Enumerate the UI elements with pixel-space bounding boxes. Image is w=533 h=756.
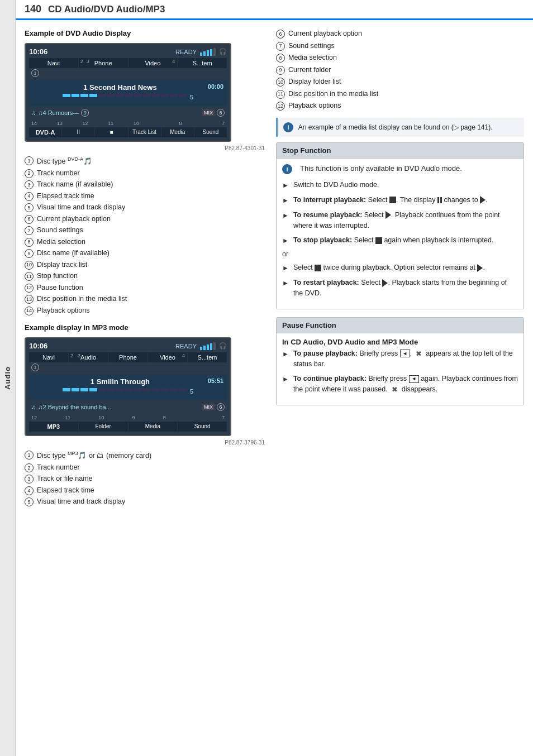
strike-icon: ✖: [389, 385, 399, 395]
item-text: Display folder list: [288, 77, 341, 87]
mp3-num1-area: 1: [29, 362, 227, 372]
circle-num: 7: [25, 226, 34, 235]
mp3-signal-bars: [200, 342, 216, 350]
mp3-nav-audio[interactable]: 2 3 Audio: [69, 352, 108, 362]
dvd-num11: 11: [108, 121, 113, 126]
dvd-num1-area: 1: [29, 68, 227, 78]
arrow-icon: ►: [282, 278, 289, 299]
item-text: Disc name (if available): [37, 248, 110, 259]
nav-phone[interactable]: 2 3 Phone: [79, 58, 129, 68]
nav-system[interactable]: S...tem: [178, 58, 227, 68]
mp3-num-row: 12 11 10 9 8 7: [29, 414, 227, 422]
mp3-num7: 7: [222, 415, 225, 420]
dvd-tracklist-btn[interactable]: Track List: [129, 127, 161, 137]
list-item: 5Visual time and track display: [25, 203, 265, 213]
stop-note: i This function is only available in DVD…: [282, 164, 518, 174]
mp3-nav-num3: 3: [78, 353, 80, 358]
arrow-icon: ►: [282, 195, 289, 205]
list-item: 3Track name (if available): [25, 180, 265, 190]
stop-function-section: Stop Function i This function is only av…: [276, 142, 524, 309]
mp3-top-bar: 10:06 READY 🎧: [29, 342, 227, 350]
mp3-logo[interactable]: MP3: [29, 422, 79, 432]
mp3-sound-btn[interactable]: Sound: [178, 422, 227, 432]
dvd-track-progress: 5: [32, 94, 223, 101]
dvd-sound-btn[interactable]: Sound: [194, 127, 227, 137]
num9-circle: 9: [81, 109, 89, 117]
list-item: 9Current folder: [276, 65, 524, 75]
list-item: 5Visual time and track display: [25, 497, 265, 507]
mp3-num1-circle: 1: [31, 363, 39, 371]
circle-num: 1: [25, 451, 34, 460]
mp3-right-time: 05:51: [208, 377, 223, 384]
list-item: 4Elapsed track time: [25, 192, 265, 202]
mp3-track-bottom: ♫2 Beyond the sound ba...: [38, 404, 111, 410]
arrow-icon: ►: [282, 236, 289, 246]
item-text: Pause function: [37, 283, 83, 293]
mp3-folder-btn[interactable]: Folder: [79, 422, 129, 432]
item-text: Elapsed track time: [37, 486, 94, 496]
mp3-media-btn[interactable]: Media: [129, 422, 178, 432]
mp3-seg7: [116, 388, 124, 391]
dvd-num7: 7: [222, 121, 225, 126]
square-icon: [315, 265, 321, 271]
item-text: Track or file name: [37, 474, 93, 484]
dvd-num10: 10: [134, 121, 139, 126]
nav-navi[interactable]: Navi: [29, 58, 79, 68]
seg4: [89, 94, 97, 97]
dvd-media-btn[interactable]: Media: [161, 127, 194, 137]
mp3-nav-video[interactable]: Video 4: [148, 352, 188, 362]
bullet-text: To restart playback: Select . Playback s…: [293, 277, 518, 299]
circle-num: 9: [276, 66, 285, 75]
strike-icon: ✖: [414, 348, 424, 358]
bullet-text: To continue playback: Briefly press ◄ ag…: [293, 374, 518, 395]
play-icon: [480, 196, 486, 204]
mp3-nav-system[interactable]: S...tem: [188, 352, 227, 362]
mp3-track-name: 1 Smilin Through 05:51: [32, 377, 223, 386]
stop-bullet-resume: ► To resume playback: Select . Playback …: [282, 210, 518, 231]
mp3-num10: 10: [98, 415, 104, 420]
dvd-right-time: 00:00: [208, 83, 223, 90]
circle-num: 11: [276, 90, 285, 99]
mp3-status: READY 🎧: [175, 342, 227, 350]
mp3-seg5: [98, 388, 106, 391]
nav-video[interactable]: Video 4: [129, 58, 178, 68]
dvd-track-name-text: 1 Second Hand News: [83, 83, 156, 92]
right-numbered-list: 6Current playback option 7Sound settings…: [276, 29, 524, 111]
play-icon: [477, 264, 483, 272]
pause-icon: [437, 197, 442, 203]
nav-navi-label: Navi: [47, 60, 60, 66]
pause-bullet-continue: ► To continue playback: Briefly press ◄ …: [282, 374, 518, 395]
stop-bullet-switch: ► Switch to DVD Audio mode.: [282, 180, 518, 190]
stop-bullet-restart: ► To restart playback: Select . Playback…: [282, 277, 518, 299]
list-item: 2Track number: [25, 169, 265, 179]
mp3-numbered-list: 1Disc type MP3🎵 or 🗂 (memory card) 2Trac…: [25, 450, 265, 507]
dvd-mix-area: MIX 6: [200, 108, 227, 118]
stop-bullet-interrupt: ► To interrupt playback: Select . The di…: [282, 195, 518, 205]
dvd-stop-btn[interactable]: ■: [95, 127, 128, 137]
dvd-num8: 8: [179, 121, 182, 126]
mp3-ready-text: READY: [175, 343, 197, 350]
arrow-icon: ►: [282, 180, 289, 190]
nav-num-2: 2: [80, 59, 83, 64]
mp3-num12: 12: [31, 415, 37, 420]
dvd-num14: 14: [31, 121, 37, 126]
mp3-nav-navi[interactable]: Navi: [29, 352, 69, 362]
mp3-bar5: [213, 342, 216, 350]
seg7: [116, 94, 124, 97]
dvd-logo[interactable]: DVD-A: [29, 127, 62, 137]
dvd-num-row: 14 13 12 11 10 8 7: [29, 119, 227, 127]
mp3-nav-phone[interactable]: Phone: [108, 352, 148, 362]
nav-num-4: 4: [172, 59, 175, 64]
mp3-nav-bar: Navi 2 3 Audio Phone Video 4 S..: [29, 352, 227, 362]
list-item: 14Playback options: [25, 306, 265, 316]
dvd-numbered-list: 1Disc type DVD-A🎵 2Track number 3Track n…: [25, 156, 265, 315]
dvd-pause-btn[interactable]: II: [62, 127, 95, 137]
info-icon: i: [283, 122, 293, 132]
mp3-seg12: [161, 388, 169, 391]
list-item: 1Disc type MP3🎵 or 🗂 (memory card): [25, 450, 265, 461]
mp3-seg13: [170, 388, 178, 391]
nav-phone-label: Phone: [94, 60, 112, 66]
seg13: [170, 94, 178, 97]
dvd-disc-label: ♫ ♫4 Rumours— 9: [29, 108, 91, 118]
mp3-headphone-icon: 🎧: [219, 342, 227, 350]
